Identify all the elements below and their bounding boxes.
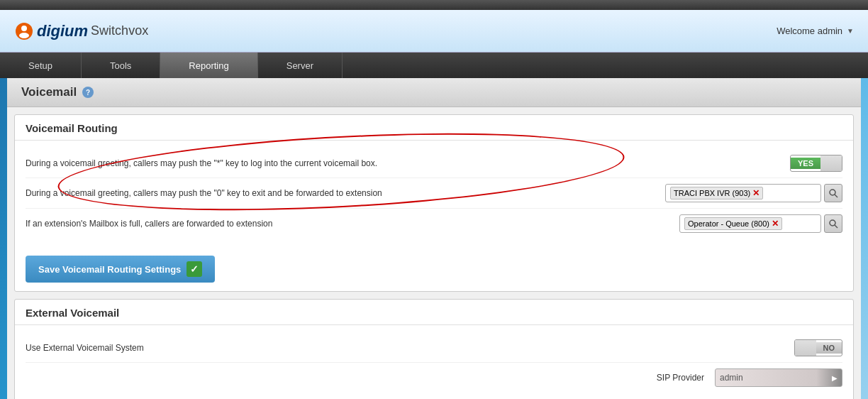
use-external-toggle[interactable]: NO bbox=[794, 339, 843, 356]
voicemail-routing-body: During a voicemail greeting, callers may… bbox=[15, 141, 853, 247]
voicemail-routing-section: Voicemail Routing During a voicemail gre… bbox=[14, 114, 854, 292]
zero-key-row: During a voicemail greeting, callers may… bbox=[26, 178, 842, 209]
zero-key-label: During a voicemail greeting, callers may… bbox=[26, 188, 665, 198]
full-mailbox-label: If an extension's Mailbox is full, calle… bbox=[26, 219, 679, 229]
save-check-icon: ✓ bbox=[187, 261, 202, 277]
zero-extension-tag: TRACI PBX IVR (903) ✕ bbox=[670, 187, 763, 200]
sip-dropdown-arrow-icon: ▶ bbox=[832, 374, 838, 382]
toggle-off-indicator bbox=[820, 155, 842, 171]
full-mailbox-row: If an extension's Mailbox is full, calle… bbox=[26, 209, 842, 239]
zero-search-button[interactable] bbox=[824, 184, 842, 202]
svg-line-6 bbox=[835, 225, 838, 228]
full-extension-remove[interactable]: ✕ bbox=[772, 219, 779, 229]
product-name: Switchvox bbox=[91, 23, 148, 38]
svg-line-4 bbox=[835, 195, 838, 197]
svg-point-2 bbox=[19, 33, 29, 38]
external-voicemail-body: Use External Voicemail System NO SIP Pro… bbox=[15, 325, 853, 399]
help-icon[interactable]: ? bbox=[82, 87, 94, 98]
nav-item-server[interactable]: Server bbox=[258, 53, 343, 78]
voicemail-routing-title: Voicemail Routing bbox=[15, 115, 853, 141]
welcome-area: Welcome admin ▼ bbox=[777, 26, 854, 36]
svg-point-1 bbox=[21, 26, 27, 31]
top-bar bbox=[0, 0, 868, 10]
external-voicemail-section: External Voicemail Use External Voicemai… bbox=[14, 299, 854, 399]
brand-name: digium bbox=[37, 22, 88, 40]
svg-point-3 bbox=[830, 190, 835, 195]
toggle-slider-indicator bbox=[795, 340, 816, 356]
toggle-no-label: NO bbox=[816, 342, 842, 354]
zero-extension-remove[interactable]: ✕ bbox=[752, 188, 760, 198]
toggle-yes-label: YES bbox=[791, 158, 820, 169]
full-extension-tag: Operator - Queue (800) ✕ bbox=[684, 217, 782, 230]
external-voicemail-title: External Voicemail bbox=[15, 300, 853, 325]
zero-extension-value: TRACI PBX IVR (903) bbox=[674, 189, 750, 197]
nav-item-tools[interactable]: Tools bbox=[82, 53, 160, 78]
logo-area: digium Switchvox bbox=[14, 21, 148, 41]
sip-provider-dropdown[interactable]: admin ▶ bbox=[715, 368, 842, 387]
save-voicemail-routing-button[interactable]: Save Voicemail Routing Settings ✓ bbox=[26, 256, 215, 283]
use-external-row: Use External Voicemail System NO bbox=[26, 334, 842, 363]
use-external-control: NO bbox=[794, 339, 843, 356]
full-search-button[interactable] bbox=[824, 214, 842, 233]
sip-provider-label: SIP Provider bbox=[26, 373, 715, 383]
full-mailbox-input[interactable]: Operator - Queue (800) ✕ bbox=[679, 214, 821, 233]
digium-logo-icon bbox=[14, 21, 34, 41]
full-mailbox-control: Operator - Queue (800) ✕ bbox=[679, 214, 842, 233]
page-title: Voicemail bbox=[21, 85, 77, 99]
main-nav: Setup Tools Reporting Server bbox=[0, 53, 868, 78]
sip-provider-control: admin ▶ bbox=[715, 368, 842, 387]
header: digium Switchvox Welcome admin ▼ bbox=[0, 10, 868, 53]
star-key-toggle[interactable]: YES bbox=[790, 155, 842, 172]
full-extension-value: Operator - Queue (800) bbox=[688, 219, 769, 228]
nav-item-setup[interactable]: Setup bbox=[0, 53, 82, 78]
save-voicemail-routing-label: Save Voicemail Routing Settings bbox=[38, 264, 181, 275]
welcome-text: Welcome admin bbox=[777, 26, 842, 36]
search-icon bbox=[828, 188, 838, 198]
welcome-dropdown-icon[interactable]: ▼ bbox=[847, 27, 854, 35]
star-key-label: During a voicemail greeting, callers may… bbox=[26, 158, 790, 168]
sip-provider-row: SIP Provider admin ▶ bbox=[26, 363, 842, 393]
svg-point-5 bbox=[830, 220, 835, 226]
star-key-row: During a voicemail greeting, callers may… bbox=[26, 149, 842, 178]
page-header: Voicemail ? bbox=[7, 78, 861, 107]
nav-item-reporting[interactable]: Reporting bbox=[160, 53, 257, 78]
zero-key-control: TRACI PBX IVR (903) ✕ bbox=[665, 184, 842, 202]
zero-extension-input[interactable]: TRACI PBX IVR (903) ✕ bbox=[665, 184, 821, 202]
main-content: Voicemail ? Voicemail Routing During a v… bbox=[7, 78, 861, 399]
search-icon bbox=[828, 219, 838, 229]
sip-provider-value: admin bbox=[720, 373, 743, 383]
use-external-label: Use External Voicemail System bbox=[26, 343, 794, 353]
